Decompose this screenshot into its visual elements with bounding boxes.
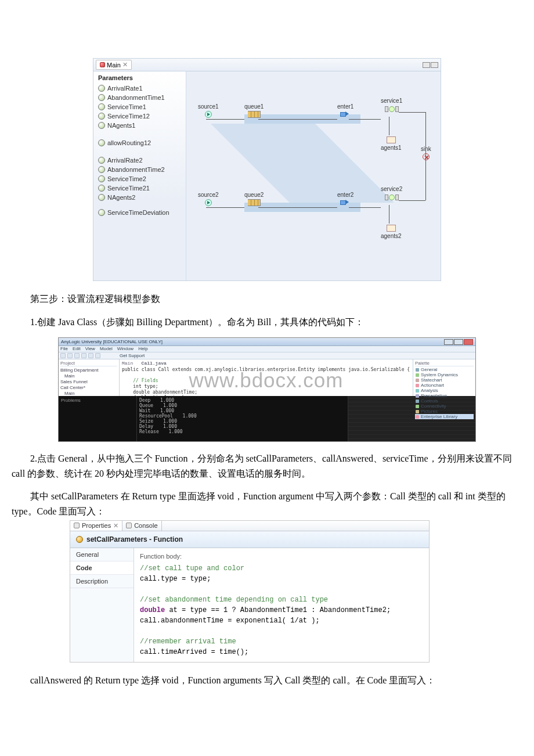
menu-item[interactable]: Model	[100, 346, 113, 352]
menu-item[interactable]: File	[60, 346, 68, 352]
enter-icon[interactable]	[340, 111, 351, 117]
source-icon[interactable]	[205, 111, 212, 118]
function-body-label: Function body:	[140, 553, 423, 560]
menu-item[interactable]: Help	[138, 346, 147, 352]
minimize-icon[interactable]	[423, 62, 430, 68]
parameter-icon	[98, 185, 105, 192]
palette-item[interactable]: System Dynamics	[415, 372, 474, 377]
toolbar-button[interactable]	[74, 353, 80, 358]
sink-icon[interactable]	[423, 153, 430, 160]
tab-console[interactable]: Console	[122, 521, 161, 531]
tree-node[interactable]: Main	[60, 373, 117, 379]
menu-item[interactable]: Window	[117, 346, 134, 352]
problems-panel[interactable]: Problems	[59, 396, 137, 442]
console-icon	[126, 523, 132, 528]
minimize-icon[interactable]	[444, 339, 453, 345]
console-row: Wait 1.000	[139, 408, 345, 413]
parameters-header: Parameters	[98, 74, 181, 81]
console-row: ResourcePool 1.000	[139, 413, 345, 419]
tab-properties[interactable]: Properties ✕	[70, 521, 122, 531]
editor-tab[interactable]: Main	[122, 361, 133, 366]
block-label: source2	[198, 192, 219, 198]
palette-item[interactable]: Connectivity	[415, 404, 474, 409]
properties-body: Function body: //set call tupe and color…	[134, 548, 429, 662]
close-icon[interactable]: ✕	[113, 522, 118, 530]
tree-node[interactable]: Call Center*	[60, 385, 117, 391]
service-icon[interactable]	[384, 105, 400, 113]
toolbar: Get Support	[59, 352, 475, 359]
parameter-icon	[98, 194, 105, 201]
block-label: agents1	[381, 145, 402, 151]
parameter-icon	[98, 139, 105, 146]
param-item: ServiceTime2	[98, 174, 181, 183]
menu-item[interactable]: View	[85, 346, 95, 352]
queue-icon[interactable]	[248, 199, 261, 206]
parameter-icon	[98, 157, 105, 164]
console-panel[interactable]: Deep 1.000 Queue 1.000 Wait 1.000 Resour…	[137, 396, 348, 442]
block-label: queue1	[244, 103, 264, 110]
source-icon[interactable]	[205, 199, 212, 206]
window-titlebar: AnyLogic University [EDUCATIONAL USE ONL…	[59, 338, 475, 346]
editor-tab[interactable]: Call.java	[142, 361, 167, 366]
sidebar-item-code[interactable]: Code	[70, 561, 134, 575]
tree-node[interactable]: Main	[60, 391, 117, 396]
palette-item[interactable]: Pictures	[415, 409, 474, 414]
paragraph: 第三步：设置流程逻辑模型参数	[12, 291, 522, 307]
palette-item[interactable]: Statechart	[415, 377, 474, 383]
tab-main[interactable]: Main ✕	[96, 60, 132, 70]
menu-item[interactable]: Edit	[73, 346, 81, 352]
tree-node[interactable]: Sales Funnel	[60, 379, 117, 385]
toolbar-button[interactable]	[81, 353, 86, 358]
project-tab[interactable]: Project	[60, 361, 117, 366]
console-row: Queue 1.000	[139, 403, 345, 408]
palette-item[interactable]: Analysis	[415, 388, 474, 393]
block-label: queue2	[244, 192, 264, 198]
tree-node[interactable]: Billing Department	[60, 368, 117, 373]
console-row: Deep 1.000	[139, 398, 345, 403]
get-support-link[interactable]: Get Support	[120, 353, 145, 358]
code-editor[interactable]: Main Call.java public class Call extends…	[120, 359, 413, 396]
panel-tab[interactable]: Problems	[61, 398, 134, 403]
console-row: Delay 1.000	[139, 424, 345, 429]
close-icon[interactable]: ✕	[122, 61, 128, 69]
queue-icon[interactable]	[248, 111, 261, 118]
toolbar-button[interactable]	[88, 353, 93, 358]
resourcepool-icon[interactable]	[387, 225, 396, 232]
palette-item[interactable]: General	[415, 367, 474, 372]
parameter-icon	[98, 103, 105, 110]
palette-item[interactable]: Actionchart	[415, 383, 474, 388]
param-item: NAgents2	[98, 193, 181, 202]
service-icon[interactable]	[384, 193, 400, 201]
sidebar-item-general[interactable]: General	[70, 548, 134, 561]
toolbar-button[interactable]	[67, 353, 73, 358]
resourcepool-icon[interactable]	[387, 136, 396, 143]
palette-panel[interactable]: Palette General System Dynamics Statecha…	[413, 359, 475, 396]
flowchart-canvas[interactable]: source1 queue1 enter1 service1	[186, 71, 441, 280]
param-item: ArrivalRate1	[98, 84, 181, 93]
parameter-icon	[98, 94, 105, 101]
maximize-icon[interactable]	[431, 62, 438, 68]
properties-sidebar: General Code Description	[70, 548, 134, 662]
param-item: allowRouting12	[98, 138, 181, 147]
toolbar-button[interactable]	[60, 353, 66, 358]
param-item: ServiceTime21	[98, 183, 181, 193]
palette-item[interactable]: Presentation	[415, 393, 474, 398]
palette-item[interactable]: Controls	[415, 398, 474, 404]
function-icon	[76, 536, 83, 543]
enter-icon[interactable]	[340, 199, 351, 205]
palette-tab[interactable]: Palette	[415, 361, 474, 366]
palette-item[interactable]: Enterprise Library	[415, 414, 474, 419]
close-icon[interactable]	[464, 339, 473, 345]
sidebar-item-description[interactable]: Description	[70, 575, 134, 588]
maximize-icon[interactable]	[454, 339, 463, 345]
paragraph: 其中 setCallParameters 在 Return type 里面选择 …	[12, 489, 522, 519]
param-item: ArrivalRate2	[98, 156, 181, 165]
function-body-code[interactable]: //set call tupe and color call.type = ty…	[140, 563, 423, 657]
window-buttons	[444, 339, 473, 345]
project-panel[interactable]: Project Billing Department Main Sales Fu…	[59, 359, 120, 396]
block-label: service1	[381, 98, 402, 104]
param-item: AbandonmentTime2	[98, 165, 181, 174]
parameters-panel: Parameters ArrivalRate1 AbandonmentTime1…	[93, 71, 186, 280]
block-label: service2	[381, 186, 402, 192]
toolbar-button[interactable]	[95, 353, 100, 358]
